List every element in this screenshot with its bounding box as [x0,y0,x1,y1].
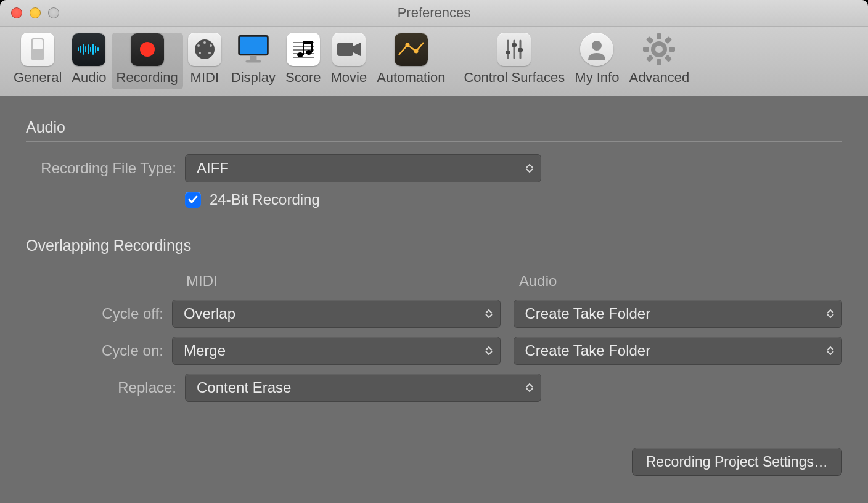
gear-icon [642,33,676,66]
svg-point-27 [297,52,303,57]
row-cycle-off: Cycle off: Overlap Create Take Folder [26,300,842,328]
select-recording-file-type[interactable]: AIFF [185,154,541,182]
row-column-headers: MIDI Audio [26,272,842,296]
svg-rect-32 [337,43,353,56]
svg-rect-31 [303,41,313,44]
label-cycle-off: Cycle off: [26,305,172,322]
chevron-up-down-icon [485,346,493,355]
checkbox-24bit-recording[interactable] [185,192,201,208]
svg-rect-50 [665,54,673,62]
close-window-button[interactable] [11,7,22,18]
select-value: AIFF [197,160,229,177]
chevron-up-down-icon [526,164,533,173]
preferences-body: Audio Recording File Type: AIFF 24-Bit R… [0,96,868,503]
svg-point-15 [210,44,212,47]
select-midi-replace[interactable]: Content Erase [185,374,541,402]
select-midi-cycle-off[interactable]: Overlap [172,300,501,328]
person-icon [580,33,613,66]
button-label: Recording Project Settings… [646,454,828,470]
chevron-up-down-icon [827,309,834,318]
minimize-window-button[interactable] [30,7,41,18]
svg-rect-28 [303,44,304,55]
tab-control-surfaces[interactable]: Control Surfaces [459,33,570,89]
section-title-overlapping: Overlapping Recordings [26,237,842,260]
select-value: Content Erase [197,379,291,396]
tab-score[interactable]: Score [280,33,326,89]
tab-movie[interactable]: Movie [326,33,372,89]
tab-label: Advanced [629,70,689,86]
select-value: Create Take Folder [525,342,651,359]
tab-advanced[interactable]: Advanced [624,33,694,89]
tab-recording[interactable]: Recording [112,33,183,89]
svg-rect-40 [518,48,523,52]
label-replace: Replace: [26,379,185,396]
svg-rect-1 [33,39,43,49]
chevron-up-down-icon [827,346,834,355]
row-cycle-on: Cycle on: Merge Create Take Folder [26,337,842,365]
label-recording-file-type: Recording File Type: [26,160,185,177]
window-controls [11,7,59,18]
svg-point-11 [140,42,155,57]
select-audio-cycle-off[interactable]: Create Take Folder [514,300,842,328]
svg-point-34 [414,49,418,54]
column-header-audio: Audio [518,272,837,290]
svg-rect-45 [643,47,649,52]
row-24bit: 24-Bit Recording [26,191,842,208]
svg-rect-48 [646,54,654,62]
tab-automation[interactable]: Automation [372,33,450,89]
tab-label: Recording [117,70,178,86]
section-title-audio: Audio [26,118,842,142]
svg-rect-46 [669,47,675,52]
tab-label: Movie [330,70,367,86]
waveform-icon [72,33,105,66]
record-icon [131,33,164,66]
label-cycle-on: Cycle on: [26,342,172,359]
tab-label: Display [231,70,276,86]
preferences-toolbar: General Audio Recording MIDI [0,27,868,97]
tab-midi[interactable]: MIDI [183,33,226,89]
row-replace: Replace: Content Erase [26,374,842,402]
camera-icon [332,33,366,66]
select-value: Overlap [184,305,235,322]
tab-audio[interactable]: Audio [67,33,111,89]
tab-display[interactable]: Display [226,33,280,89]
zoom-window-button[interactable] [48,7,59,18]
column-header-midi: MIDI [185,272,504,290]
svg-point-51 [655,46,663,53]
svg-rect-20 [250,56,257,60]
score-icon [287,33,320,66]
svg-rect-49 [646,36,654,44]
tab-my-info[interactable]: My Info [570,33,624,89]
svg-point-29 [306,50,312,55]
recording-project-settings-button[interactable]: Recording Project Settings… [632,448,842,476]
tab-label: Automation [377,70,445,86]
automation-icon [395,33,428,66]
svg-rect-18 [239,36,268,55]
chevron-up-down-icon [485,309,493,318]
tab-label: My Info [575,70,619,86]
select-value: Merge [184,342,226,359]
titlebar: Preferences [0,0,868,27]
preferences-window: Preferences General Audio Recor [0,0,868,503]
svg-point-41 [592,41,602,51]
select-value: Create Take Folder [525,305,651,322]
tab-label: General [14,70,62,86]
footer: Recording Project Settings… [632,448,842,476]
svg-point-17 [208,52,211,54]
row-recording-file-type: Recording File Type: AIFF [26,154,842,182]
select-audio-cycle-on[interactable]: Create Take Folder [514,337,842,365]
tab-label: Audio [72,70,106,86]
svg-point-14 [197,44,200,47]
switch-icon [21,33,54,66]
svg-point-13 [203,41,206,44]
faders-icon [497,33,531,66]
select-midi-cycle-on[interactable]: Merge [172,337,501,365]
tab-general[interactable]: General [9,33,67,89]
svg-rect-43 [657,33,661,39]
svg-point-33 [405,43,409,47]
svg-rect-38 [506,51,510,54]
midi-port-icon [188,33,221,66]
svg-rect-21 [245,60,261,63]
window-title: Preferences [0,0,868,26]
svg-rect-39 [512,43,517,47]
